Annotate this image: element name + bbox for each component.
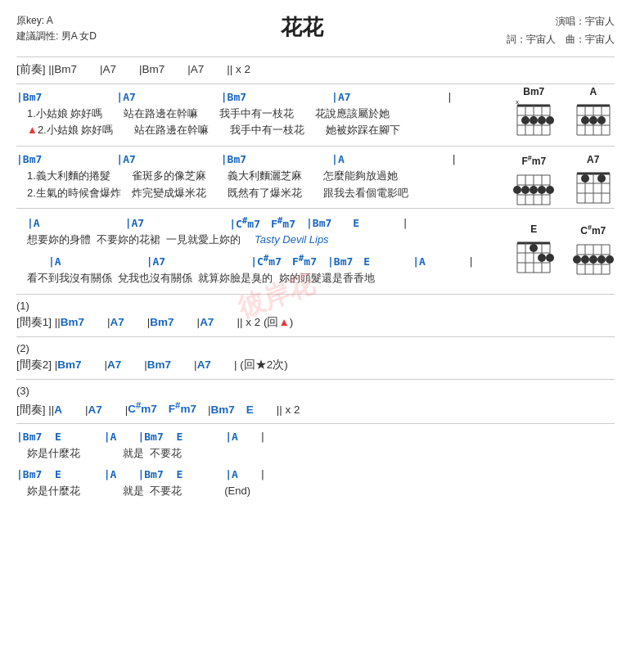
divider-6 bbox=[16, 379, 615, 380]
svg-point-63 bbox=[530, 244, 538, 252]
interlude1-label: (1) bbox=[16, 300, 615, 312]
prelude-section: [前奏] ||Bm7 |A7 |Bm7 |A7 || x 2 bbox=[16, 62, 615, 77]
svg-point-52 bbox=[581, 174, 589, 183]
svg-point-24 bbox=[581, 116, 589, 124]
interlude3-line: [間奏] ||A |A7 |C#m7 F#m7 |Bm7 E || x 2 bbox=[16, 400, 615, 417]
song-title: 花花 bbox=[97, 13, 507, 42]
header: 原key: A 建議調性: 男A 女D 花花 演唱：宇宙人 詞：宇宙人 曲：宇宙… bbox=[16, 13, 615, 48]
svg-point-53 bbox=[597, 174, 606, 183]
prelude-line: [前奏] ||Bm7 |A7 |Bm7 |A7 || x 2 bbox=[16, 62, 615, 77]
chord-row-1: Bm7 x bbox=[504, 86, 623, 147]
svg-point-79 bbox=[606, 255, 614, 264]
chord-bm7-diagram: x 2 bbox=[513, 99, 554, 144]
chord-a7-label: A7 bbox=[587, 154, 599, 165]
svg-text:x: x bbox=[516, 99, 519, 106]
svg-point-13 bbox=[546, 116, 554, 124]
chord-a-diagram: 2 bbox=[573, 99, 614, 147]
interlude1-section: (1) [間奏1] ||Bm7 |A7 |Bm7 |A7 || x 2 (回▲) bbox=[16, 300, 615, 330]
chord-c-sharp-m7-diagram: 0 bbox=[573, 238, 614, 286]
svg-point-78 bbox=[597, 255, 606, 264]
svg-point-40 bbox=[538, 186, 546, 194]
chord-e: E bbox=[509, 223, 558, 286]
page: 彼岸花 原key: A 建議調性: 男A 女D 花花 演唱：宇宙人 詞：宇宙人 … bbox=[0, 0, 631, 672]
svg-point-38 bbox=[521, 186, 530, 194]
svg-point-75 bbox=[573, 255, 581, 264]
svg-point-11 bbox=[530, 116, 538, 124]
chord-f-sharp-m7-diagram: 0 bbox=[513, 169, 554, 217]
divider-7 bbox=[16, 423, 615, 424]
chord-a-label: A bbox=[589, 86, 597, 97]
original-key: 原key: A bbox=[16, 13, 97, 29]
outro-chords2: |Bm7 E |A |Bm7 E |A | bbox=[16, 467, 615, 483]
chord-a: A bbox=[569, 86, 618, 147]
interlude1-line: [間奏1] ||Bm7 |A7 |Bm7 |A7 || x 2 (回▲) bbox=[16, 315, 615, 330]
divider-1 bbox=[16, 83, 615, 84]
chord-bm7-label: Bm7 bbox=[523, 86, 544, 97]
svg-point-39 bbox=[530, 186, 538, 194]
svg-point-77 bbox=[589, 255, 597, 264]
interlude2-line: [間奏2] |Bm7 |A7 |Bm7 |A7 | (回★2次) bbox=[16, 358, 615, 372]
interlude3-label: (3) bbox=[16, 385, 615, 397]
chord-a7: A7 bbox=[569, 154, 618, 217]
chord-a7-diagram bbox=[573, 167, 614, 215]
chord-row-2: F#m7 bbox=[504, 154, 623, 217]
svg-point-64 bbox=[538, 254, 546, 262]
chord-e-label: E bbox=[530, 223, 537, 235]
chord-f-sharp-m7-label: F#m7 bbox=[521, 154, 546, 167]
svg-point-10 bbox=[521, 116, 530, 124]
suggested-key: 建議調性: 男A 女D bbox=[16, 29, 97, 44]
divider-top bbox=[16, 56, 615, 57]
outro-section: |Bm7 E |A |Bm7 E |A | 妳是什麼花 就是 不要花 |Bm7 … bbox=[16, 429, 615, 500]
outro-lyric2: 妳是什麼花 就是 不要花 (End) bbox=[16, 483, 615, 500]
chord-row-3: E bbox=[504, 223, 623, 286]
svg-point-76 bbox=[581, 255, 589, 264]
header-left: 原key: A 建議調性: 男A 女D bbox=[16, 13, 97, 44]
divider-5 bbox=[16, 336, 615, 337]
svg-point-12 bbox=[538, 116, 546, 124]
chord-e-diagram bbox=[513, 237, 554, 285]
divider-4 bbox=[16, 294, 615, 295]
interlude2-label: (2) bbox=[16, 342, 615, 354]
chord-bm7: Bm7 x bbox=[509, 86, 558, 147]
chord-c-sharp-m7: C#m7 bbox=[569, 223, 618, 286]
interlude2-section: (2) [間奏2] |Bm7 |A7 |Bm7 |A7 | (回★2次) bbox=[16, 342, 615, 372]
header-right: 演唱：宇宙人 詞：宇宙人 曲：宇宙人 bbox=[507, 13, 615, 48]
credits: 詞：宇宙人 曲：宇宙人 bbox=[507, 31, 615, 49]
svg-point-65 bbox=[546, 254, 554, 262]
chord-diagrams: Bm7 x bbox=[504, 86, 623, 293]
singer: 演唱：宇宙人 bbox=[507, 13, 615, 31]
svg-point-25 bbox=[589, 116, 597, 124]
chord-f-sharp-m7: F#m7 bbox=[509, 154, 558, 217]
svg-point-41 bbox=[546, 186, 554, 194]
svg-point-37 bbox=[513, 186, 521, 194]
outro-lyric1: 妳是什麼花 就是 不要花 bbox=[16, 445, 615, 462]
svg-point-26 bbox=[597, 116, 606, 124]
chord-c-sharp-m7-label: C#m7 bbox=[580, 223, 606, 237]
interlude3-section: (3) [間奏] ||A |A7 |C#m7 F#m7 |Bm7 E || x … bbox=[16, 385, 615, 417]
outro-chords1: |Bm7 E |A |Bm7 E |A | bbox=[16, 429, 615, 445]
